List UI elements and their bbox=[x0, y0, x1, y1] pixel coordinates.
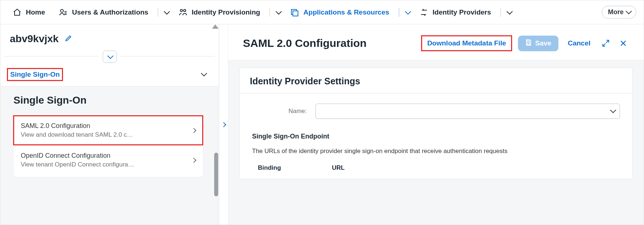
detail-body: Identity Provider Settings Name: Single … bbox=[228, 60, 644, 186]
chevron-right-icon bbox=[192, 157, 196, 163]
idp-settings-card: Identity Provider Settings Name: Single … bbox=[239, 68, 633, 179]
scrollbar-thumb[interactable] bbox=[214, 153, 218, 196]
users-icon bbox=[59, 8, 68, 17]
home-icon bbox=[13, 8, 21, 17]
close-icon[interactable] bbox=[617, 37, 629, 49]
nav-identity-provisioning[interactable]: Identity Provisioning bbox=[173, 5, 265, 20]
fullscreen-icon[interactable] bbox=[600, 37, 612, 49]
card-item-subtitle: View tenant OpenID Connect configura… bbox=[21, 161, 188, 168]
app-title: abv9kvjxk bbox=[10, 33, 59, 45]
app-title-row: abv9kvjxk bbox=[0, 24, 219, 48]
sso-endpoint-heading: Single Sign-On Endpoint bbox=[240, 122, 632, 144]
name-select[interactable] bbox=[315, 104, 620, 119]
detail-title: SAML 2.0 Configuration bbox=[243, 37, 415, 49]
name-field-row: Name: bbox=[240, 93, 632, 122]
main-area: abv9kvjxk Single Sign-On Single Sign-On … bbox=[0, 24, 644, 225]
card-item-saml-config[interactable]: SAML 2.0 Configuration View and download… bbox=[13, 116, 203, 145]
detail-header: SAML 2.0 Configuration Download Metadata… bbox=[228, 24, 644, 60]
nav-separator bbox=[500, 8, 501, 17]
sso-endpoint-description: The URLs of the identity provider single… bbox=[240, 144, 632, 161]
left-column: abv9kvjxk Single Sign-On Single Sign-On … bbox=[0, 24, 219, 225]
sync-icon bbox=[420, 8, 428, 17]
cancel-button[interactable]: Cancel bbox=[564, 36, 594, 50]
nav-separator bbox=[158, 8, 158, 17]
splitter[interactable] bbox=[219, 24, 228, 225]
name-label: Name: bbox=[252, 108, 307, 115]
nav-identity-provisioning-dropdown[interactable] bbox=[274, 9, 282, 16]
nav-users-dropdown[interactable] bbox=[162, 9, 170, 16]
nav-identity-providers-label: Identity Providers bbox=[433, 8, 491, 16]
nav-more-button[interactable]: More bbox=[602, 6, 636, 19]
right-column: SAML 2.0 Configuration Download Metadata… bbox=[228, 24, 644, 225]
svg-rect-4 bbox=[293, 11, 298, 16]
col-url: URL bbox=[332, 164, 345, 172]
edit-title-button[interactable] bbox=[64, 34, 72, 44]
card-item-subtitle: View and download tenant SAML 2.0 c… bbox=[21, 131, 188, 138]
top-nav: Home Users & Authorizations Identity Pro… bbox=[0, 0, 644, 24]
card-item-title: OpenID Connect Configuration bbox=[21, 152, 188, 160]
nav-separator bbox=[270, 8, 270, 17]
nav-more-label: More bbox=[608, 8, 624, 16]
save-button-label: Save bbox=[535, 39, 551, 47]
nav-applications-dropdown[interactable] bbox=[404, 9, 411, 16]
splitter-handle-icon bbox=[222, 122, 225, 128]
nav-users[interactable]: Users & Authorizations bbox=[54, 5, 153, 20]
nav-identity-providers-dropdown[interactable] bbox=[505, 9, 513, 16]
sso-card: SAML 2.0 Configuration View and download… bbox=[13, 113, 203, 177]
provisioning-icon bbox=[178, 8, 187, 17]
nav-applications-label: Applications & Resources bbox=[303, 8, 389, 16]
scroll-up-indicator[interactable] bbox=[212, 24, 219, 29]
save-icon bbox=[525, 39, 532, 48]
chevron-down-icon bbox=[626, 8, 630, 16]
tab-single-sign-on[interactable]: Single Sign-On bbox=[7, 68, 63, 81]
card-item-title: SAML 2.0 Configuration bbox=[21, 122, 188, 130]
nav-identity-providers[interactable]: Identity Providers bbox=[415, 5, 496, 20]
section-tab-dropdown[interactable] bbox=[201, 72, 209, 77]
nav-home[interactable]: Home bbox=[8, 5, 50, 20]
nav-home-label: Home bbox=[26, 8, 45, 16]
save-button[interactable]: Save bbox=[518, 36, 558, 51]
applications-icon bbox=[290, 8, 299, 17]
card-item-openid-config[interactable]: OpenID Connect Configuration View tenant… bbox=[13, 145, 203, 175]
download-metadata-link[interactable]: Download Metadata File bbox=[421, 35, 512, 51]
svg-rect-5 bbox=[527, 43, 530, 44]
idp-settings-title: Identity Provider Settings bbox=[240, 68, 632, 93]
endpoint-table-header: Binding URL bbox=[240, 161, 632, 172]
chevron-right-icon bbox=[192, 128, 196, 133]
svg-point-0 bbox=[60, 9, 63, 12]
col-binding: Binding bbox=[258, 164, 281, 172]
section-tab-row: Single Sign-On bbox=[0, 68, 219, 87]
nav-separator bbox=[399, 8, 399, 17]
chevron-down-icon bbox=[610, 108, 614, 114]
svg-point-1 bbox=[180, 9, 182, 12]
svg-point-2 bbox=[184, 9, 186, 12]
expand-divider bbox=[0, 48, 219, 68]
sso-panel-title: Single Sign-On bbox=[13, 95, 209, 106]
nav-users-label: Users & Authorizations bbox=[72, 8, 148, 16]
expand-collapse-button[interactable] bbox=[103, 51, 117, 63]
nav-applications[interactable]: Applications & Resources bbox=[285, 5, 394, 20]
sso-panel: Single Sign-On SAML 2.0 Configuration Vi… bbox=[0, 87, 219, 225]
nav-identity-provisioning-label: Identity Provisioning bbox=[192, 8, 260, 16]
